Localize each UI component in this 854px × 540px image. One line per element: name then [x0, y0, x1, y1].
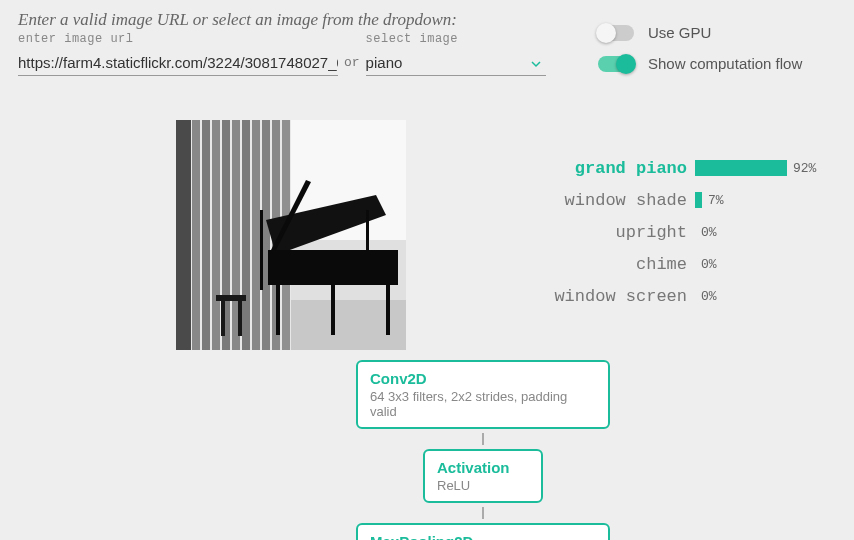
svg-rect-23 — [238, 301, 242, 336]
flow-node-title: Activation — [437, 459, 529, 476]
select-label: select image — [366, 32, 546, 46]
image-preview — [176, 120, 406, 350]
prediction-bar-area: 0% — [695, 256, 717, 272]
predictions-panel: grand piano92%window shade7%upright0%chi… — [455, 158, 835, 318]
svg-rect-21 — [216, 295, 246, 301]
image-select[interactable]: piano — [366, 50, 546, 75]
prediction-bar — [695, 160, 787, 176]
flow-node-subtitle: 64 3x3 filters, 2x2 strides, padding val… — [370, 389, 596, 419]
prediction-label: grand piano — [455, 159, 695, 178]
flow-connector — [482, 433, 484, 445]
svg-rect-2 — [192, 120, 200, 350]
prediction-bar-area: 0% — [695, 288, 717, 304]
svg-rect-8 — [252, 120, 260, 350]
prediction-label: chime — [455, 255, 695, 274]
prediction-row: upright0% — [455, 222, 835, 242]
flow-node-title: Conv2D — [370, 370, 596, 387]
svg-rect-20 — [331, 285, 335, 335]
flow-connector — [482, 507, 484, 519]
flow-node: ActivationReLU — [423, 449, 543, 503]
svg-rect-18 — [276, 285, 280, 335]
toggle-gpu-label: Use GPU — [648, 24, 711, 41]
svg-rect-24 — [260, 210, 263, 290]
prediction-bar — [695, 192, 702, 208]
piano-svg — [176, 120, 406, 350]
toggles-panel: Use GPU Show computation flow — [598, 24, 802, 86]
svg-rect-25 — [366, 210, 369, 280]
or-text: or — [344, 55, 360, 76]
select-wrap: piano — [366, 50, 546, 76]
flow-node-subtitle: ReLU — [437, 478, 529, 493]
toggle-flow-switch[interactable] — [598, 56, 634, 72]
flow-node: MaxPooling2D3x3 pool size, 2x2 strides, … — [356, 523, 610, 540]
prediction-bar-area: 0% — [695, 224, 717, 240]
url-field-group: enter image url — [18, 32, 338, 76]
flow-node-title: MaxPooling2D — [370, 533, 596, 540]
svg-rect-1 — [176, 120, 191, 350]
prediction-pct: 7% — [708, 193, 724, 208]
prediction-pct: 0% — [701, 289, 717, 304]
prediction-bar-area: 92% — [695, 160, 816, 176]
flow-node: Conv2D64 3x3 filters, 2x2 strides, paddi… — [356, 360, 610, 429]
svg-rect-7 — [242, 120, 250, 350]
prediction-row: chime0% — [455, 254, 835, 274]
url-label: enter image url — [18, 32, 338, 46]
image-url-input[interactable] — [18, 50, 338, 76]
prediction-pct: 92% — [793, 161, 816, 176]
svg-rect-22 — [221, 301, 225, 336]
prediction-row: window screen0% — [455, 286, 835, 306]
prediction-bar-area: 7% — [695, 192, 724, 208]
prediction-pct: 0% — [701, 257, 717, 272]
svg-rect-4 — [212, 120, 220, 350]
prediction-row: window shade7% — [455, 190, 835, 210]
toggle-gpu-row: Use GPU — [598, 24, 802, 41]
select-field-group: select image piano — [366, 32, 546, 76]
svg-rect-16 — [268, 250, 398, 285]
prediction-label: window shade — [455, 191, 695, 210]
svg-rect-3 — [202, 120, 210, 350]
prediction-label: upright — [455, 223, 695, 242]
computation-flow: Conv2D64 3x3 filters, 2x2 strides, paddi… — [356, 360, 610, 540]
toggle-flow-row: Show computation flow — [598, 55, 802, 72]
svg-rect-19 — [386, 285, 390, 335]
prediction-label: window screen — [455, 287, 695, 306]
toggle-gpu-switch[interactable] — [598, 25, 634, 41]
toggle-flow-label: Show computation flow — [648, 55, 802, 72]
prediction-pct: 0% — [701, 225, 717, 240]
prediction-row: grand piano92% — [455, 158, 835, 178]
svg-rect-9 — [262, 120, 270, 350]
